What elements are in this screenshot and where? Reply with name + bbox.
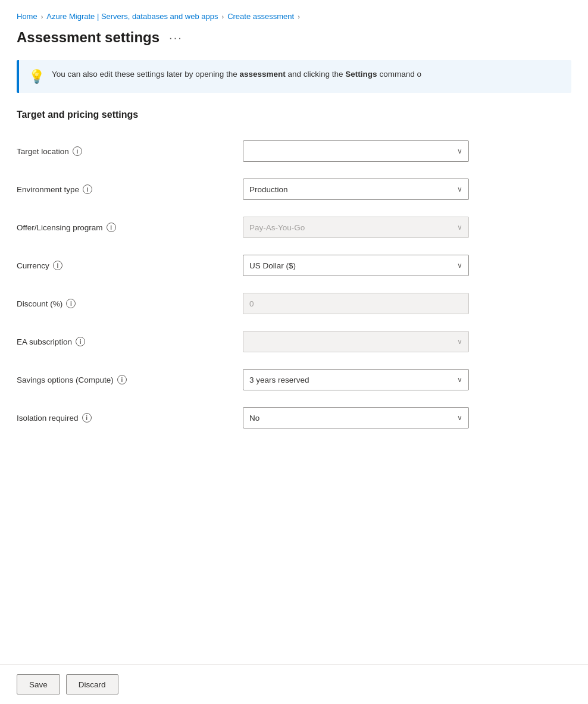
field-row-discount: Discount (%)i: [17, 284, 571, 323]
info-icon-currency[interactable]: i: [53, 261, 62, 270]
section-title: Target and pricing settings: [17, 109, 571, 120]
field-row-isolation-required: Isolation requirediNo∨: [17, 399, 571, 437]
field-control-savings-options: 3 years reserved∨: [243, 369, 469, 390]
field-control-target-location: ∨: [243, 140, 469, 162]
save-button[interactable]: Save: [17, 674, 60, 694]
label-text-environment-type: Environment type: [17, 185, 79, 194]
breadcrumb-home[interactable]: Home: [17, 12, 37, 21]
dropdown-value-offer-licensing: Pay-As-You-Go: [249, 223, 305, 232]
page-title: Assessment settings: [17, 29, 159, 46]
label-text-discount: Discount (%): [17, 299, 62, 308]
breadcrumb-sep-3: ›: [298, 13, 300, 20]
dropdown-value-environment-type: Production: [249, 185, 288, 194]
info-icon-savings-options[interactable]: i: [117, 375, 127, 384]
chevron-down-icon-offer-licensing: ∨: [457, 223, 462, 231]
dropdown-value-savings-options: 3 years reserved: [249, 376, 309, 384]
label-text-offer-licensing: Offer/Licensing program: [17, 223, 103, 232]
info-icon-isolation-required[interactable]: i: [82, 413, 92, 423]
label-text-savings-options: Savings options (Compute): [17, 376, 114, 384]
field-label-isolation-required: Isolation requiredi: [17, 413, 243, 423]
field-control-ea-subscription: ∨: [243, 331, 469, 352]
dropdown-value-currency: US Dollar ($): [249, 261, 296, 270]
dropdown-environment-type[interactable]: Production∨: [243, 179, 469, 200]
field-row-environment-type: Environment typeiProduction∨: [17, 170, 571, 208]
dropdown-savings-options[interactable]: 3 years reserved∨: [243, 369, 469, 390]
field-label-savings-options: Savings options (Compute)i: [17, 375, 243, 384]
field-row-ea-subscription: EA subscriptioni∨: [17, 323, 571, 361]
field-label-ea-subscription: EA subscriptioni: [17, 337, 243, 346]
breadcrumb-create-assessment[interactable]: Create assessment: [227, 12, 294, 21]
breadcrumb-sep-1: ›: [41, 13, 43, 20]
dropdown-offer-licensing: Pay-As-You-Go∨: [243, 217, 469, 238]
breadcrumb: Home › Azure Migrate | Servers, database…: [17, 12, 571, 21]
chevron-down-icon-currency: ∨: [457, 261, 462, 270]
info-icon-offer-licensing[interactable]: i: [107, 223, 116, 232]
breadcrumb-azure-migrate[interactable]: Azure Migrate | Servers, databases and w…: [46, 12, 218, 21]
field-control-environment-type: Production∨: [243, 179, 469, 200]
chevron-down-icon-isolation-required: ∨: [457, 414, 462, 422]
field-row-savings-options: Savings options (Compute)i3 years reserv…: [17, 361, 571, 399]
input-discount: [243, 293, 469, 314]
field-control-isolation-required: No∨: [243, 407, 469, 428]
dropdown-target-location[interactable]: ∨: [243, 140, 469, 162]
chevron-down-icon-savings-options: ∨: [457, 376, 462, 384]
info-banner: 💡 You can also edit these settings later…: [17, 60, 571, 93]
footer-bar: Save Discard: [0, 664, 588, 704]
field-label-offer-licensing: Offer/Licensing programi: [17, 223, 243, 232]
field-control-discount: [243, 293, 469, 314]
info-icon-discount[interactable]: i: [66, 299, 76, 308]
field-label-target-location: Target locationi: [17, 146, 243, 156]
field-row-target-location: Target locationi∨: [17, 132, 571, 170]
label-text-currency: Currency: [17, 261, 49, 270]
label-text-ea-subscription: EA subscription: [17, 337, 72, 346]
dropdown-isolation-required[interactable]: No∨: [243, 407, 469, 428]
label-text-target-location: Target location: [17, 147, 69, 156]
settings-grid: Target locationi∨Environment typeiProduc…: [17, 132, 571, 437]
label-text-isolation-required: Isolation required: [17, 414, 79, 423]
chevron-down-icon-environment-type: ∨: [457, 185, 462, 193]
discard-button[interactable]: Discard: [66, 674, 118, 694]
breadcrumb-sep-2: ›: [221, 13, 224, 20]
info-icon-target-location[interactable]: i: [73, 146, 82, 156]
dropdown-currency[interactable]: US Dollar ($)∨: [243, 255, 469, 276]
field-row-currency: CurrencyiUS Dollar ($)∨: [17, 246, 571, 284]
info-banner-text: You can also edit these settings later b…: [52, 68, 421, 80]
field-control-currency: US Dollar ($)∨: [243, 255, 469, 276]
chevron-down-icon-target-location: ∨: [457, 147, 462, 155]
dropdown-ea-subscription: ∨: [243, 331, 469, 352]
chevron-down-icon-ea-subscription: ∨: [457, 337, 462, 346]
field-label-discount: Discount (%)i: [17, 299, 243, 308]
more-options-button[interactable]: ···: [167, 31, 185, 45]
field-label-environment-type: Environment typei: [17, 184, 243, 194]
field-control-offer-licensing: Pay-As-You-Go∨: [243, 217, 469, 238]
bulb-icon: 💡: [29, 69, 45, 85]
field-label-currency: Currencyi: [17, 261, 243, 270]
field-row-offer-licensing: Offer/Licensing programiPay-As-You-Go∨: [17, 208, 571, 246]
dropdown-value-isolation-required: No: [249, 414, 259, 423]
info-icon-ea-subscription[interactable]: i: [76, 337, 85, 346]
info-icon-environment-type[interactable]: i: [83, 184, 92, 194]
